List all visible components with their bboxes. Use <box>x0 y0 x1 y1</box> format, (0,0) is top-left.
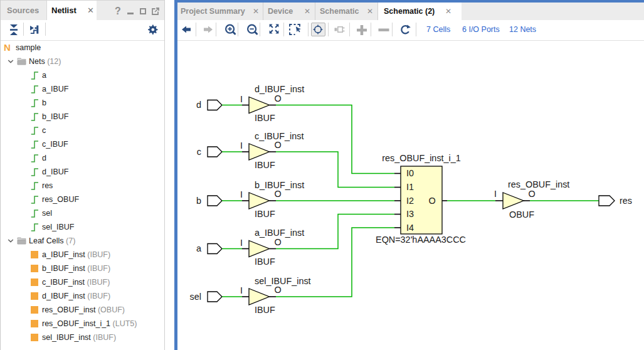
svg-text:c_IBUF_inst: c_IBUF_inst <box>255 131 304 141</box>
svg-text:I: I <box>240 141 243 151</box>
svg-text:O: O <box>274 93 281 103</box>
svg-text:res_OBUF_inst_i_1: res_OBUF_inst_i_1 <box>382 153 461 163</box>
svg-text:I: I <box>494 189 497 199</box>
svg-text:d: d <box>196 100 201 110</box>
svg-text:O: O <box>274 140 281 150</box>
svg-text:I3: I3 <box>406 209 414 219</box>
svg-text:O: O <box>274 285 281 295</box>
svg-text:I2: I2 <box>406 196 414 206</box>
svg-text:sel_IBUF_inst: sel_IBUF_inst <box>255 276 311 286</box>
svg-text:IBUF: IBUF <box>255 257 275 267</box>
svg-text:I: I <box>240 238 243 248</box>
svg-text:IBUF: IBUF <box>255 160 275 170</box>
svg-text:OBUF: OBUF <box>509 209 534 220</box>
svg-text:c: c <box>197 147 201 157</box>
svg-text:a_IBUF_inst: a_IBUF_inst <box>255 228 304 238</box>
svg-text:b: b <box>196 196 201 206</box>
svg-text:O: O <box>528 189 535 199</box>
svg-text:O: O <box>428 196 435 206</box>
svg-text:IBUF: IBUF <box>255 113 275 123</box>
svg-text:res_OBUF_inst: res_OBUF_inst <box>508 179 569 189</box>
svg-text:b_IBUF_inst: b_IBUF_inst <box>255 180 304 190</box>
svg-text:a: a <box>196 243 201 253</box>
svg-text:I1: I1 <box>406 182 414 192</box>
svg-text:O: O <box>274 189 281 199</box>
svg-text:I: I <box>240 285 243 295</box>
svg-text:IBUF: IBUF <box>255 209 275 219</box>
svg-text:I: I <box>240 94 243 104</box>
svg-text:EQN=32'hAAAA3CCC: EQN=32'hAAAA3CCC <box>376 235 466 245</box>
svg-text:I0: I0 <box>406 168 414 178</box>
svg-text:sel: sel <box>190 292 201 302</box>
svg-text:res: res <box>620 196 632 206</box>
svg-text:IBUF: IBUF <box>255 305 275 315</box>
svg-text:O: O <box>274 237 281 247</box>
svg-text:I: I <box>240 189 243 199</box>
svg-text:d_IBUF_inst: d_IBUF_inst <box>255 84 304 94</box>
svg-text:I4: I4 <box>406 223 414 233</box>
